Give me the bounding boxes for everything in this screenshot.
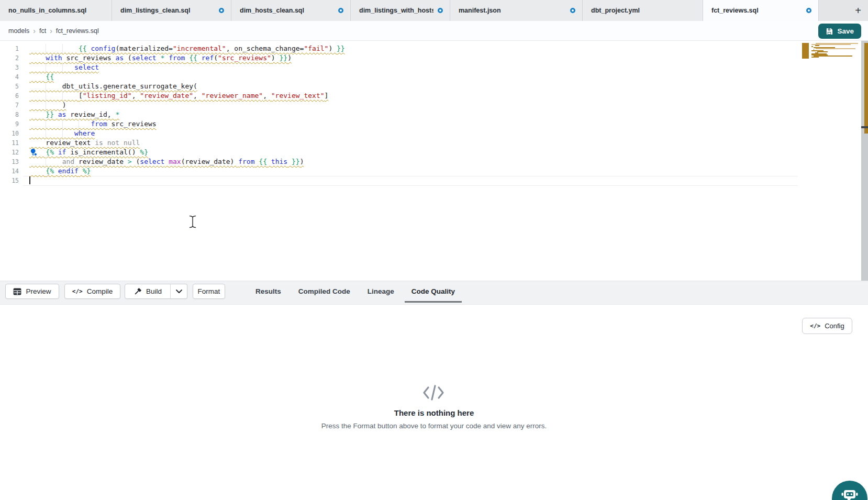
code-line-text: {{ config(materialized="incremental", on… <box>29 44 345 53</box>
line-number: 7 <box>0 101 19 110</box>
code-line[interactable]: 4 {{ <box>0 72 798 82</box>
file-tab[interactable]: fct_reviews.sql <box>703 0 819 21</box>
file-tab-label: dim_hosts_clean.sql <box>240 7 304 14</box>
minimap-line <box>811 46 813 47</box>
code-action-lightbulb-icon[interactable] <box>29 148 37 156</box>
tab-bar-tabs: no_nulls_in_columns.sqldim_listings_clea… <box>0 0 819 21</box>
mouse-ibeam-cursor <box>188 215 197 231</box>
code-line[interactable]: 3 select <box>0 63 798 72</box>
unsaved-changes-dot <box>570 8 575 13</box>
file-tab[interactable]: dim_listings_clean.sql <box>112 0 231 21</box>
build-options-dropdown-button[interactable] <box>170 284 187 299</box>
editor-toolbar: Preview </> Compile Build Format Results… <box>0 281 868 305</box>
breadcrumb-segment[interactable]: fct_reviews.sql <box>56 27 99 35</box>
minimap[interactable] <box>802 43 861 60</box>
code-line-text: ["listing_id", "review_date", "reviewer_… <box>29 91 328 101</box>
breadcrumb-separator-icon: › <box>33 27 36 35</box>
breadcrumb: models›fct›fct_reviews.sql <box>8 27 99 35</box>
unsaved-changes-dot <box>219 8 224 13</box>
new-tab-button[interactable]: + <box>851 4 865 17</box>
minimap-warning-block <box>802 43 809 59</box>
line-number: 5 <box>0 82 19 91</box>
line-number: 10 <box>0 129 19 138</box>
file-tab[interactable]: manifest.json <box>450 0 583 21</box>
line-number: 4 <box>0 72 19 82</box>
preview-button[interactable]: Preview <box>5 284 59 299</box>
line-number: 6 <box>0 91 19 101</box>
file-tab-bar: no_nulls_in_columns.sqldim_listings_clea… <box>0 0 868 21</box>
file-tab-label: fct_reviews.sql <box>711 7 759 14</box>
empty-state-title: There is nothing here <box>0 408 868 417</box>
preview-table-icon <box>13 288 21 295</box>
file-tab[interactable]: dbt_project.yml <box>583 0 703 21</box>
panel-tab-lineage[interactable]: Lineage <box>361 281 401 303</box>
compile-code-icon: </> <box>72 288 83 295</box>
save-button[interactable]: Save <box>818 24 861 39</box>
code-line-text: dbt_utils.generate_surrogate_key( <box>29 82 197 91</box>
build-button-label: Build <box>146 287 162 295</box>
code-line[interactable]: 8 }} as review_id, * <box>0 110 798 119</box>
config-code-icon: </> <box>810 323 820 329</box>
text-caret <box>29 176 30 184</box>
code-quality-panel: </> Config There is nothing here Press t… <box>0 305 868 500</box>
file-tab-label: manifest.json <box>459 7 501 14</box>
code-line[interactable]: 9 from src_reviews <box>0 119 798 129</box>
line-number: 12 <box>0 148 19 157</box>
file-tab[interactable]: dim_listings_with_hosts.sql <box>351 0 450 21</box>
breadcrumb-segment[interactable]: models <box>8 27 29 35</box>
file-tab-label: dbt_project.yml <box>591 7 640 14</box>
build-button[interactable]: Build <box>125 284 171 299</box>
unsaved-changes-dot <box>338 8 343 13</box>
overview-ruler-cursor-mark <box>861 126 868 128</box>
preview-button-label: Preview <box>26 287 51 295</box>
line-number: 13 <box>0 157 19 166</box>
line-number: 9 <box>0 119 19 129</box>
panel-tabs: ResultsCompiled CodeLineageCode Quality <box>249 281 462 303</box>
code-line-text: from src_reviews <box>29 119 157 129</box>
code-line[interactable]: 10 where <box>0 129 798 138</box>
breadcrumb-separator-icon: › <box>50 27 52 35</box>
code-line-text: where <box>29 129 95 138</box>
code-editor[interactable]: 1 {{ config(materialized="incremental", … <box>0 41 868 281</box>
line-number: 1 <box>0 44 19 53</box>
code-line[interactable]: 2 with src_reviews as (select * from {{ … <box>0 53 798 63</box>
unsaved-changes-dot <box>806 8 811 13</box>
save-button-label: Save <box>837 27 854 35</box>
panel-tab-results[interactable]: Results <box>249 281 288 303</box>
overview-ruler-warnings <box>864 43 868 134</box>
code-line[interactable]: 13 and review_date > (select max(review_… <box>0 157 798 166</box>
code-line[interactable]: 12 {% if is_incremental() %} <box>0 148 798 157</box>
format-button[interactable]: Format <box>193 284 225 299</box>
code-line-text: }} as review_id, * <box>29 110 119 119</box>
code-line[interactable]: 7 ) <box>0 101 798 110</box>
code-line[interactable]: 6 ["listing_id", "review_date", "reviewe… <box>0 91 798 101</box>
line-number: 2 <box>0 53 19 63</box>
editor-scrollbar[interactable] <box>861 41 868 281</box>
code-line[interactable]: 15 <box>0 176 798 185</box>
code-line-text: {% endif %} <box>29 166 91 176</box>
file-tab-label: dim_listings_clean.sql <box>120 7 190 14</box>
file-tab[interactable]: no_nulls_in_columns.sql <box>0 0 112 21</box>
line-number: 3 <box>0 63 19 72</box>
format-button-label: Format <box>198 287 220 295</box>
breadcrumb-bar: models›fct›fct_reviews.sql Save <box>0 21 868 41</box>
config-button[interactable]: </> Config <box>802 318 852 334</box>
minimap-line <box>811 57 819 58</box>
code-line-text: ) <box>29 101 66 110</box>
compile-button[interactable]: </> Compile <box>64 284 120 299</box>
minimap-line <box>817 51 828 52</box>
code-line-text: select <box>29 63 99 72</box>
panel-tab-code-quality[interactable]: Code Quality <box>405 281 462 303</box>
code-line[interactable]: 1 {{ config(materialized="incremental", … <box>0 44 798 53</box>
line-number: 8 <box>0 110 19 119</box>
line-number: 15 <box>0 176 19 185</box>
code-line[interactable]: 11 review_text is not null <box>0 138 798 148</box>
code-line[interactable]: 5 dbt_utils.generate_surrogate_key( <box>0 82 798 91</box>
line-number: 11 <box>0 138 19 148</box>
panel-tab-compiled-code[interactable]: Compiled Code <box>292 281 357 303</box>
breadcrumb-segment[interactable]: fct <box>39 27 46 35</box>
minimap-line <box>815 45 819 46</box>
chevron-down-icon <box>176 290 182 293</box>
code-line[interactable]: 14 {% endif %} <box>0 166 798 176</box>
file-tab[interactable]: dim_hosts_clean.sql <box>231 0 351 21</box>
